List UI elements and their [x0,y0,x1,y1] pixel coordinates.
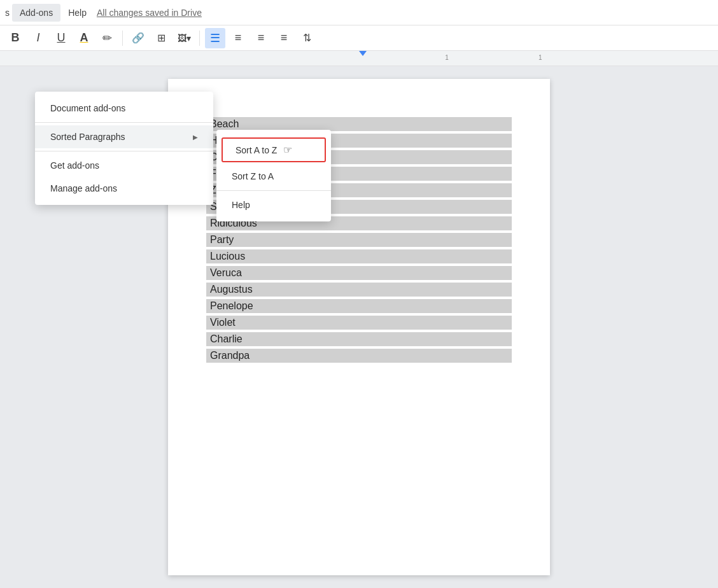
ruler-mark-1: 1 [445,54,449,61]
toolbar-divider-2 [199,31,200,46]
line-spacing-button[interactable]: ⇅ [297,28,317,48]
arrow-icon: ▶ [193,134,198,141]
list-item: Beach [206,117,512,131]
insert-button[interactable]: ⊞ [151,28,171,48]
list-item: Violet [206,316,512,330]
list-item: Grandpa [206,349,512,363]
menu-bar: s Add-ons Help All changes saved in Driv… [0,0,718,25]
sort-a-to-z-item[interactable]: Sort A to Z ☞ [222,137,326,162]
list-item: Augustus [206,283,512,297]
font-color-button[interactable]: A [74,28,94,48]
dropdown-item-sorted-paragraphs[interactable]: Sorted Paragraphs ▶ [35,125,213,148]
save-status: All changes saved in Drive [97,8,202,18]
ruler-triangle [359,51,367,56]
sorted-paragraphs-submenu: Sort A to Z ☞ Sort Z to A Help [216,130,331,221]
highlight-button[interactable]: ✏ [97,28,117,48]
list-item: Party [206,233,512,247]
dropdown-divider-1 [35,122,213,123]
toolbar: B I U A ✏ 🔗 ⊞ 🖼▾ ☰ ≡ ≡ ≡ ⇅ [0,25,718,51]
menu-ellipsis: s [5,8,10,18]
sort-z-to-a-item[interactable]: Sort Z to A [216,165,331,188]
list-item: Veruca [206,266,512,280]
menu-item-addons[interactable]: Add-ons [12,4,60,22]
dropdown-item-document-addons[interactable]: Document add-ons [35,97,213,120]
cursor-icon: ☞ [283,144,292,156]
list-item: Lucious [206,249,512,263]
submenu-help-item[interactable]: Help [216,193,331,216]
ruler: 1 1 [0,51,718,66]
submenu-divider [216,190,331,191]
image-button[interactable]: 🖼▾ [174,28,194,48]
align-center-button[interactable]: ≡ [228,28,248,48]
align-justify-button[interactable]: ≡ [274,28,294,48]
underline-button[interactable]: U [51,28,71,48]
italic-button[interactable]: I [28,28,48,48]
dropdown-item-manage-addons[interactable]: Manage add-ons [35,177,213,200]
menu-item-help[interactable]: Help [60,4,94,22]
link-button[interactable]: 🔗 [128,28,148,48]
toolbar-divider-1 [122,31,123,46]
main-area: BeachHouseChurchFirehouseZebraSandalsRid… [0,66,718,588]
addons-primary-dropdown: Document add-ons Sorted Paragraphs ▶ Get… [35,92,213,205]
list-item: Penelope [206,299,512,313]
dropdown-divider-2 [35,151,213,151]
bold-button[interactable]: B [5,28,25,48]
dropdown-item-get-addons[interactable]: Get add-ons [35,154,213,177]
align-left-button[interactable]: ☰ [205,28,225,48]
align-right-button[interactable]: ≡ [251,28,271,48]
list-item: Charlie [206,332,512,346]
ruler-mark-2: 1 [538,54,542,61]
